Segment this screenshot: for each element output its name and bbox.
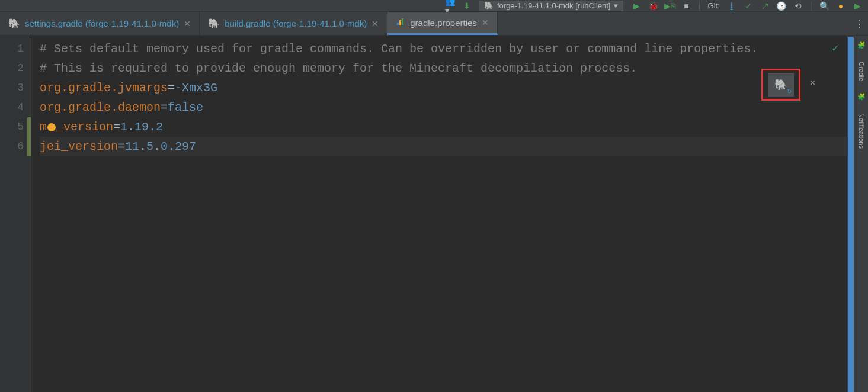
tab-settings-gradle[interactable]: 🐘 settings.gradle (forge-1.19-41.1.0-mdk…: [0, 12, 200, 35]
stop-icon[interactable]: ■: [681, 1, 691, 11]
code-line: # This is required to provide enough mem…: [40, 59, 847, 78]
close-icon[interactable]: ✕: [482, 18, 489, 27]
code-line: # Sets default memory used for gradle co…: [40, 39, 847, 59]
git-update-icon[interactable]: ⭳: [727, 1, 736, 11]
close-icon[interactable]: ✕: [809, 76, 816, 89]
sync-icon: ↻: [787, 86, 792, 95]
editor-area: 1 2 3 4 5 6 ✓ 🐘 ↻ ✕ # Sets default memor…: [0, 36, 868, 392]
coverage-icon[interactable]: ▶⎘: [665, 1, 674, 11]
tab-gradle-properties[interactable]: gradle.properties ✕: [387, 12, 498, 35]
lightbulb-icon[interactable]: [47, 123, 56, 131]
run-icon[interactable]: ▶: [632, 1, 641, 11]
code-line: org.gradle.jvmargs=-Xmx3G: [40, 78, 847, 98]
line-gutter: 1 2 3 4 5 6: [0, 36, 31, 392]
svg-rect-2: [402, 18, 403, 25]
elephant-icon: 🐘: [774, 78, 787, 91]
tabs-menu-icon[interactable]: ⋮: [850, 12, 868, 35]
svg-rect-0: [397, 23, 399, 25]
hammer-icon[interactable]: ⬇: [462, 1, 472, 11]
line-number: 1: [0, 39, 31, 59]
git-rollback-icon[interactable]: ⟲: [793, 1, 803, 11]
search-icon[interactable]: 🔍: [819, 1, 829, 11]
line-number: 4: [0, 98, 31, 117]
users-icon[interactable]: 👥▾: [446, 1, 455, 11]
tab-label: gradle.properties: [410, 18, 477, 28]
puzzle-icon[interactable]: 🧩: [857, 41, 866, 50]
line-number: 3: [0, 78, 31, 98]
editor-tabs: 🐘 settings.gradle (forge-1.19-41.1.0-mdk…: [0, 12, 868, 36]
debug-icon[interactable]: 🐞: [648, 1, 658, 11]
tab-label: settings.gradle (forge-1.19-41.1.0-mdk): [25, 18, 179, 28]
gradle-reload-highlight: 🐘 ↻: [761, 69, 800, 101]
git-commit-icon[interactable]: ✓: [744, 1, 753, 11]
git-history-icon[interactable]: 🕑: [777, 1, 786, 11]
run-config-label: forge-1.19-41.1.0-mdk [runClient]: [497, 1, 610, 10]
code-line: jei_version=11.5.0.297: [40, 137, 847, 156]
line-number: 6: [0, 137, 31, 156]
code-editor[interactable]: ✓ 🐘 ↻ ✕ # Sets default memory used for g…: [31, 36, 847, 392]
code-line: org.gradle.daemon=false: [40, 98, 847, 117]
code-line: m_version=1.19.2: [40, 117, 847, 137]
svg-rect-1: [399, 20, 401, 25]
tab-build-gradle[interactable]: 🐘 build.gradle (forge-1.19-41.1.0-mdk) ✕: [200, 12, 387, 35]
gear-icon[interactable]: ▶: [853, 1, 862, 11]
tab-label: build.gradle (forge-1.19-41.1.0-mdk): [225, 18, 367, 28]
chevron-down-icon: ▾: [614, 1, 618, 10]
line-number: 2: [0, 59, 31, 78]
run-config-selector[interactable]: 🐘 forge-1.19-41.1.0-mdk [runClient] ▾: [479, 1, 623, 11]
notifications-panel-button[interactable]: Notifications: [858, 113, 865, 149]
gradle-reload-button[interactable]: 🐘 ↻: [768, 73, 794, 97]
elephant-icon: 🐘: [8, 18, 20, 29]
ide-settings-icon[interactable]: ●: [836, 1, 845, 11]
bars-icon: [396, 17, 405, 28]
git-label: Git:: [708, 1, 720, 10]
puzzle-icon[interactable]: 🧩: [857, 93, 866, 101]
gradle-panel-button[interactable]: Gradle: [858, 62, 865, 81]
right-side-panels: 🧩 Gradle 🧩 Notifications: [854, 36, 868, 392]
close-icon[interactable]: ✕: [184, 19, 191, 28]
main-toolbar: 👥▾ ⬇ 🐘 forge-1.19-41.1.0-mdk [runClient]…: [0, 0, 868, 12]
elephant-icon: 🐘: [484, 1, 494, 10]
inspection-ok-icon[interactable]: ✓: [832, 41, 838, 54]
right-highlight: [847, 36, 854, 392]
line-number: 5: [0, 117, 31, 137]
git-push-icon[interactable]: ⭧: [760, 1, 770, 11]
elephant-icon: 🐘: [208, 18, 220, 29]
close-icon[interactable]: ✕: [371, 19, 379, 28]
